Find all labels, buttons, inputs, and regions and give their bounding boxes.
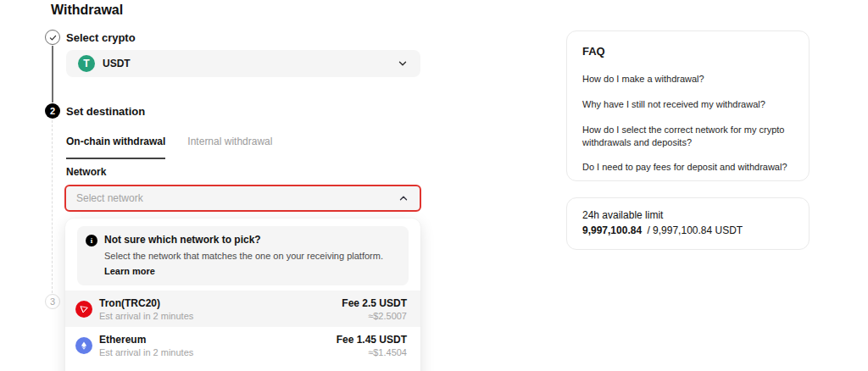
notice-title: Not sure which network to pick? bbox=[104, 234, 383, 246]
crypto-selector[interactable]: T USDT bbox=[66, 50, 420, 77]
step2-number: 2 bbox=[50, 106, 55, 116]
limit-used: 9,997,100.84 bbox=[582, 224, 642, 236]
network-option-tron[interactable]: Tron(TRC20) Est arrival in 2 minutes Fee… bbox=[65, 291, 420, 327]
faq-title: FAQ bbox=[582, 45, 793, 58]
chevron-up-icon bbox=[398, 192, 409, 204]
tab-internal-withdrawal[interactable]: Internal withdrawal bbox=[187, 136, 272, 159]
notice-body: Select the network that matches the one … bbox=[104, 251, 383, 261]
network-eta: Est arrival in 2 minutes bbox=[99, 347, 193, 357]
tab-onchain-withdrawal[interactable]: On-chain withdrawal bbox=[66, 136, 165, 159]
network-fee: Fee 1.45 USDT bbox=[337, 334, 407, 346]
faq-card: FAQ How do I make a withdrawal? Why have… bbox=[566, 30, 810, 181]
step3-number: 3 bbox=[50, 296, 55, 307]
network-fee-usd: ≈$1.4504 bbox=[337, 347, 407, 357]
network-option-ethereum[interactable]: Ethereum Est arrival in 2 minutes Fee 1.… bbox=[65, 327, 420, 363]
withdrawal-page: Withdrawal Select crypto T USDT 2 Set de… bbox=[0, 0, 868, 371]
network-fee: Fee 2.5 USDT bbox=[342, 297, 407, 309]
network-name: Tron(TRC20) bbox=[99, 297, 193, 309]
learn-more-link[interactable]: Learn more bbox=[104, 266, 155, 276]
faq-question[interactable]: How do I make a withdrawal? bbox=[582, 73, 793, 86]
network-select-placeholder: Select network bbox=[76, 192, 143, 204]
step1-complete-indicator bbox=[45, 30, 60, 45]
selected-crypto-label: USDT bbox=[103, 58, 131, 69]
faq-question[interactable]: Do I need to pay fees for deposit and wi… bbox=[582, 161, 793, 174]
faq-question[interactable]: Why have I still not received my withdra… bbox=[582, 98, 793, 111]
network-select-field[interactable]: Select network bbox=[64, 185, 421, 212]
network-eta: Est arrival in 2 minutes bbox=[99, 311, 193, 321]
limit-card: 24h available limit 9,997,100.84 / 9,997… bbox=[566, 197, 810, 250]
tabs-divider bbox=[66, 160, 420, 161]
network-field-label: Network bbox=[66, 166, 106, 178]
limit-value: 9,997,100.84 / 9,997,100.84 USDT bbox=[582, 224, 793, 236]
network-notice-box: i Not sure which network to pick? Select… bbox=[77, 226, 409, 285]
stepper-connector-solid bbox=[52, 46, 53, 102]
page-title: Withdrawal bbox=[51, 3, 123, 18]
step3-number-badge: 3 bbox=[45, 294, 60, 309]
step2-label: Set destination bbox=[66, 105, 145, 118]
network-name: Ethereum bbox=[99, 334, 193, 346]
network-fee-usd: ≈$2.5007 bbox=[342, 311, 407, 321]
ethereum-icon bbox=[75, 337, 92, 354]
limit-label: 24h available limit bbox=[582, 209, 793, 221]
limit-total: / 9,997,100.84 USDT bbox=[647, 224, 743, 236]
stepper-connector-dashed bbox=[52, 120, 53, 293]
network-option-xlayer[interactable]: X X Layer Fee 0.1 USDT bbox=[65, 363, 420, 371]
network-dropdown-panel: i Not sure which network to pick? Select… bbox=[65, 219, 420, 371]
tether-icon: T bbox=[78, 55, 95, 72]
tron-icon bbox=[75, 301, 92, 318]
faq-question[interactable]: How do I select the correct network for … bbox=[582, 124, 793, 149]
withdrawal-type-tabs: On-chain withdrawal Internal withdrawal bbox=[66, 136, 420, 159]
check-icon bbox=[48, 33, 58, 42]
chevron-down-icon bbox=[397, 58, 409, 69]
step2-number-badge: 2 bbox=[45, 103, 60, 119]
step1-label: Select crypto bbox=[66, 31, 136, 44]
info-icon: i bbox=[86, 235, 97, 246]
